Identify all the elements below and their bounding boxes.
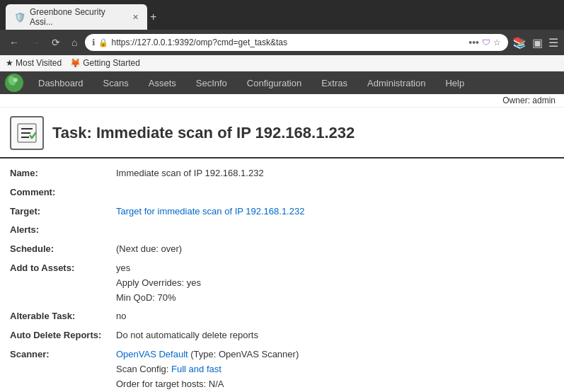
alterable-label: Alterable Task: <box>10 309 116 324</box>
home-button[interactable]: ⌂ <box>68 35 81 50</box>
tab-close-button[interactable]: ✕ <box>132 13 139 22</box>
nav-menu: Dashboard Scans Assets SecInfo Configura… <box>28 72 474 94</box>
reload-button[interactable]: ⟳ <box>48 35 64 50</box>
target-link[interactable]: Target for immediate scan of IP 192.168.… <box>116 206 304 217</box>
add-to-assets-value: yes Apply Overrides: yes Min QoD: 70% <box>116 261 201 305</box>
nav-item-extras[interactable]: Extras <box>311 72 357 94</box>
library-icon[interactable]: 📚 <box>512 36 526 50</box>
tab-favicon: 🛡️ <box>14 12 25 23</box>
app-logo <box>3 71 25 94</box>
comment-label: Comment: <box>10 185 116 200</box>
schedule-label: Schedule: <box>10 242 116 257</box>
nav-item-help[interactable]: Help <box>435 72 474 94</box>
detail-row-scanner: Scanner: OpenVAS Default (Type: OpenVAS … <box>10 345 554 392</box>
name-value: Immediate scan of IP 192.168.1.232 <box>116 166 264 181</box>
auto-delete-label: Auto Delete Reports: <box>10 328 116 343</box>
apply-overrides: Apply Overrides: yes <box>116 276 201 291</box>
detail-row-add-to-assets: Add to Assets: yes Apply Overrides: yes … <box>10 259 554 307</box>
main-content: Owner: admin Task: Immediate scan of IP … <box>0 94 564 392</box>
detail-row-schedule: Schedule: (Next due: over) <box>10 240 554 259</box>
svg-point-2 <box>13 78 18 82</box>
task-title-section: Task: Immediate scan of IP 192.168.1.232 <box>0 108 564 158</box>
add-to-assets-label: Add to Assets: <box>10 261 116 305</box>
url-text[interactable]: https://127.0.0.1:9392/omp?cmd=get_task&… <box>111 38 466 47</box>
url-bar[interactable]: ℹ 🔒 https://127.0.0.1:9392/omp?cmd=get_t… <box>85 34 508 51</box>
new-tab-button[interactable]: + <box>150 11 156 23</box>
active-tab[interactable]: 🛡️ Greenbone Security Assi... ✕ <box>6 4 147 30</box>
alerts-label: Alerts: <box>10 223 116 238</box>
shield-icon: 🛡 <box>482 38 490 47</box>
sidebar-icon[interactable]: ▣ <box>532 36 543 50</box>
forward-button[interactable]: → <box>27 35 44 50</box>
alterable-value: no <box>116 309 126 324</box>
browser-nav-bar: ← → ⟳ ⌂ ℹ 🔒 https://127.0.0.1:9392/omp?c… <box>0 30 564 55</box>
nav-item-assets[interactable]: Assets <box>139 72 186 94</box>
app-nav: Dashboard Scans Assets SecInfo Configura… <box>0 71 564 94</box>
lock-icon: 🔒 <box>98 38 108 47</box>
task-details: Name: Immediate scan of IP 192.168.1.232… <box>0 158 564 392</box>
detail-row-comment: Comment: <box>10 183 554 202</box>
back-button[interactable]: ← <box>6 35 23 50</box>
owner-label: Owner: <box>502 96 530 105</box>
bookmarks-bar: ★ Most Visited 🦊 Getting Started <box>0 55 564 71</box>
detail-row-name: Name: Immediate scan of IP 192.168.1.232 <box>10 164 554 183</box>
bookmark-getting-started[interactable]: 🦊 Getting Started <box>70 58 140 68</box>
name-label: Name: <box>10 166 116 181</box>
schedule-value: (Next due: over) <box>116 242 182 257</box>
target-value: Target for immediate scan of IP 192.168.… <box>116 204 304 219</box>
order-hosts-line: Order for target hosts: N/A <box>116 377 324 392</box>
scanner-line1: OpenVAS Default (Type: OpenVAS Scanner) <box>116 347 324 362</box>
scan-config-label: Scan Config: <box>116 364 171 374</box>
target-label: Target: <box>10 204 116 219</box>
tab-title: Greenbone Security Assi... <box>30 7 125 27</box>
bookmark-star-icon[interactable]: ☆ <box>493 38 501 47</box>
nav-item-secinfo[interactable]: SecInfo <box>186 72 237 94</box>
owner-bar: Owner: admin <box>0 94 564 108</box>
bookmark-most-visited[interactable]: ★ Most Visited <box>6 58 62 68</box>
scan-config-line: Scan Config: Full and fast <box>116 362 324 377</box>
nav-item-configuration[interactable]: Configuration <box>237 72 311 94</box>
add-to-assets-yes: yes <box>116 261 201 276</box>
detail-row-target: Target: Target for immediate scan of IP … <box>10 202 554 221</box>
menu-icon[interactable]: ☰ <box>548 36 558 50</box>
scan-config-link[interactable]: Full and fast <box>171 364 221 374</box>
tab-bar: 🛡️ Greenbone Security Assi... ✕ + <box>0 0 564 30</box>
browser-extras: 📚 ▣ ☰ <box>512 36 558 50</box>
owner-value: admin <box>532 96 556 105</box>
page-title: Task: Immediate scan of IP 192.168.1.232 <box>52 124 355 142</box>
nav-item-dashboard[interactable]: Dashboard <box>28 72 93 94</box>
scanner-label: Scanner: <box>10 347 116 392</box>
getting-started-label: Getting Started <box>83 58 140 68</box>
min-qod: Min QoD: 70% <box>116 291 201 306</box>
detail-row-alterable: Alterable Task: no <box>10 307 554 326</box>
detail-row-auto-delete: Auto Delete Reports: Do not automaticall… <box>10 326 554 345</box>
most-visited-label: Most Visited <box>16 58 62 68</box>
nav-item-scans[interactable]: Scans <box>93 72 139 94</box>
scanner-link[interactable]: OpenVAS Default <box>116 349 188 359</box>
scanner-type: (Type: OpenVAS Scanner) <box>188 349 299 359</box>
overflow-button[interactable]: ••• <box>468 37 479 48</box>
scanner-value: OpenVAS Default (Type: OpenVAS Scanner) … <box>116 347 324 392</box>
nav-item-administration[interactable]: Administration <box>357 72 435 94</box>
getting-started-icon: 🦊 <box>70 58 81 68</box>
info-icon: ℹ <box>92 38 96 47</box>
task-icon <box>10 116 44 150</box>
detail-row-alerts: Alerts: <box>10 221 554 240</box>
auto-delete-value: Do not automatically delete reports <box>116 328 258 343</box>
most-visited-icon: ★ <box>6 58 13 68</box>
